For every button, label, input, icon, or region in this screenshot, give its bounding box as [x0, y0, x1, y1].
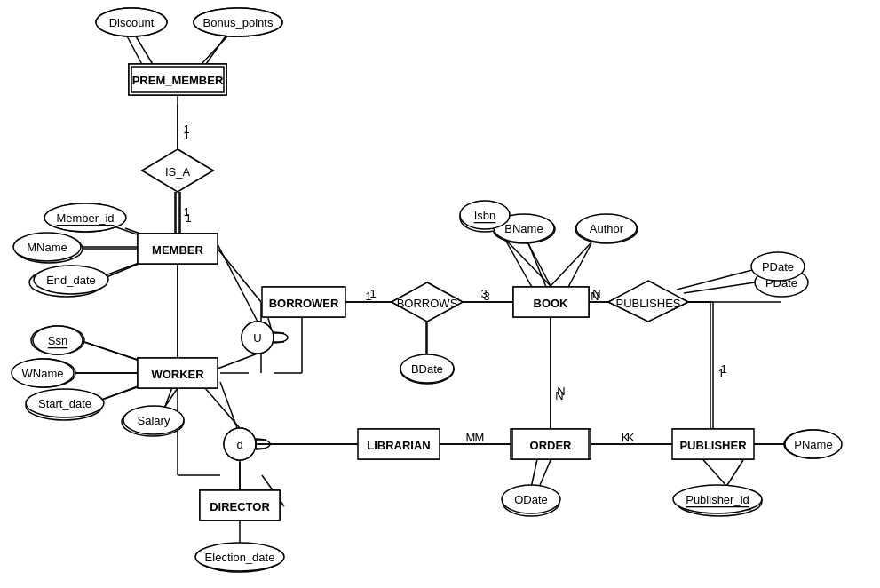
svg-text:U: U — [253, 331, 261, 345]
svg-text:Author: Author — [590, 222, 624, 235]
order-m-label: M — [475, 431, 485, 444]
svg-text:WName: WName — [22, 367, 64, 380]
svg-text:K: K — [622, 431, 630, 444]
svg-text:PREM_MEMBER: PREM_MEMBER — [132, 74, 224, 87]
svg-text:PDate: PDate — [762, 260, 794, 274]
svg-text:d: d — [236, 438, 242, 451]
svg-text:MName: MName — [27, 241, 67, 254]
svg-text:1: 1 — [365, 290, 371, 303]
svg-text:ODate: ODate — [514, 493, 548, 506]
svg-text:M: M — [466, 431, 476, 444]
svg-text:BName: BName — [504, 222, 543, 235]
svg-text:Discount: Discount — [109, 16, 155, 29]
svg-text:N: N — [591, 290, 599, 303]
svg-text:DIRECTOR: DIRECTOR — [210, 500, 270, 513]
svg-text:Publisher_id: Publisher_id — [686, 493, 749, 506]
svg-text:BORROWER: BORROWER — [269, 297, 339, 310]
svg-text:1: 1 — [183, 129, 189, 142]
svg-text:WORKER: WORKER — [151, 368, 204, 381]
svg-text:PName: PName — [794, 438, 832, 451]
svg-text:LIBRARIAN: LIBRARIAN — [367, 439, 431, 452]
svg-text:Member_id: Member_id — [56, 211, 114, 225]
svg-text:1: 1 — [717, 367, 724, 380]
svg-text:Salary: Salary — [138, 414, 170, 427]
svg-text:BDate: BDate — [411, 362, 443, 376]
svg-text:Election_date: Election_date — [205, 551, 275, 564]
svg-text:End_date: End_date — [46, 274, 96, 287]
svg-text:Bonus_points: Bonus_points — [203, 16, 274, 29]
svg-text:Start_date: Start_date — [38, 397, 91, 410]
svg-text:IS_A: IS_A — [165, 165, 191, 179]
svg-text:PUBLISHER: PUBLISHER — [679, 439, 747, 452]
svg-text:3: 3 — [483, 290, 489, 303]
svg-text:PUBLISHES: PUBLISHES — [616, 297, 681, 310]
svg-text:N: N — [555, 389, 563, 402]
svg-text:1: 1 — [183, 205, 189, 219]
svg-text:BORROWS: BORROWS — [397, 297, 458, 310]
svg-text:ORDER: ORDER — [530, 439, 573, 452]
svg-text:BOOK: BOOK — [534, 297, 569, 310]
svg-text:Isbn: Isbn — [474, 209, 496, 222]
svg-text:MEMBER: MEMBER — [152, 243, 203, 257]
svg-text:Ssn: Ssn — [48, 334, 67, 347]
